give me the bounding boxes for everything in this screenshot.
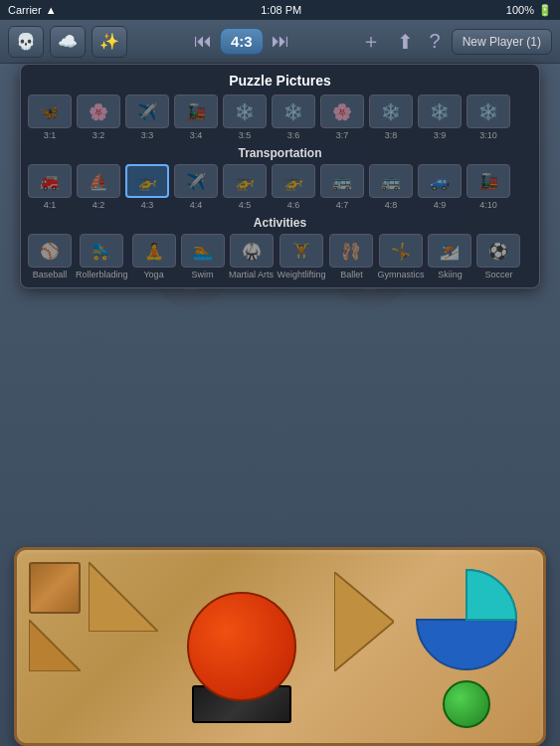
- puzzle-panel: Puzzle Pictures 🦋 3:1 🌸 3:2 ✈️ 3:3 🚂 3:4…: [20, 64, 540, 288]
- tray-right-area: [402, 562, 531, 731]
- new-player-button[interactable]: New Player (1): [452, 29, 552, 55]
- help-button[interactable]: ?: [425, 28, 446, 55]
- status-bar: Carrier ▲ 1:08 PM 100% 🔋: [0, 0, 560, 20]
- svg-marker-8: [29, 620, 81, 671]
- puzzle-item-martial-arts[interactable]: 🥋 Martial Arts: [229, 234, 275, 280]
- puzzle-item-4-8[interactable]: 🚌 4:8: [368, 164, 414, 210]
- puzzle-item-baseball[interactable]: ⚾ Baseball: [27, 234, 73, 280]
- tray-middle-area: [89, 562, 394, 731]
- toolbar: 💀 ☁️ ✨ ⏮ 4:3 ⏭ ＋ ⬆ ? New Player (1): [0, 20, 560, 64]
- puzzle-item-3-8[interactable]: ❄️ 3:8: [368, 94, 414, 140]
- svg-marker-9: [89, 562, 158, 632]
- piece-pie[interactable]: [412, 565, 521, 674]
- puzzle-item-3-6[interactable]: ❄️ 3:6: [271, 94, 316, 140]
- puzzle-item-yoga[interactable]: 🧘 Yoga: [131, 234, 177, 280]
- puzzle-item-4-1[interactable]: 🚒 4:1: [27, 164, 73, 210]
- piece-orange-circle[interactable]: [187, 592, 296, 701]
- puzzle-item-4-10[interactable]: 🚂 4:10: [466, 164, 511, 210]
- section-activities: Activities: [27, 216, 533, 230]
- puzzle-item-3-3[interactable]: ✈️ 3:3: [124, 94, 170, 140]
- puzzle-item-swim[interactable]: 🏊 Swim: [180, 234, 226, 280]
- share-button[interactable]: ⬆: [392, 28, 419, 56]
- puzzle-item-soccer[interactable]: ⚽ Soccer: [475, 234, 521, 280]
- tray-left-column: [29, 562, 81, 731]
- piece-small-square[interactable]: [29, 562, 81, 614]
- wifi-icon: ▲: [46, 4, 57, 16]
- puzzle-item-4-9[interactable]: 🚙 4:9: [417, 164, 463, 210]
- puzzle-item-3-9[interactable]: ❄️ 3:9: [417, 94, 463, 140]
- puzzle-item-4-4[interactable]: ✈️ 4:4: [173, 164, 219, 210]
- puzzle-tray: [14, 547, 546, 746]
- nav-controls: ⏮ 4:3 ⏭: [190, 28, 293, 55]
- piece-triangle-right[interactable]: [334, 572, 394, 671]
- puzzle-row-transport: 🚒 4:1 ⛵ 4:2 🚁 4:3 ✈️ 4:4 🚁 4:5 🚁 4:6: [27, 164, 533, 210]
- piece-green-circle[interactable]: [443, 680, 490, 728]
- puzzle-item-4-6[interactable]: 🚁 4:6: [271, 164, 316, 210]
- puzzle-item-3-10[interactable]: ❄️ 3:10: [466, 94, 511, 140]
- puzzle-item-3-5[interactable]: ❄️ 3:5: [222, 94, 268, 140]
- time-label: 1:08 PM: [261, 4, 301, 16]
- puzzle-item-3-1[interactable]: 🦋 3:1: [27, 94, 73, 140]
- puzzle-item-4-5[interactable]: 🚁 4:5: [222, 164, 268, 210]
- next-next-button[interactable]: ⏭: [268, 29, 293, 54]
- puzzle-item-ballet[interactable]: 🩰 Ballet: [328, 234, 374, 280]
- puzzle-item-3-4[interactable]: 🚂 3:4: [173, 94, 219, 140]
- puzzle-item-skiing[interactable]: ⛷️ Skiing: [427, 234, 472, 280]
- panel-title: Puzzle Pictures: [27, 73, 533, 89]
- puzzle-row-activities: ⚾ Baseball 🛼 Rollerblading 🧘 Yoga 🏊 Swim…: [27, 234, 533, 280]
- skull-button[interactable]: 💀: [8, 26, 44, 58]
- puzzle-label-button[interactable]: 4:3: [220, 28, 264, 55]
- main-area: Puzzle Pictures 🦋 3:1 🌸 3:2 ✈️ 3:3 🚂 3:4…: [0, 64, 560, 746]
- puzzle-item-3-2[interactable]: 🌸 3:2: [76, 94, 121, 140]
- piece-triangle-left[interactable]: [29, 620, 81, 671]
- battery-label: 100%: [506, 4, 534, 16]
- carrier-label: Carrier: [8, 4, 42, 16]
- svg-marker-10: [334, 572, 394, 671]
- puzzle-item-4-3[interactable]: 🚁 4:3: [124, 164, 170, 210]
- puzzle-row-3: 🦋 3:1 🌸 3:2 ✈️ 3:3 🚂 3:4 ❄️ 3:5 ❄️ 3:6: [27, 94, 533, 140]
- prev-prev-button[interactable]: ⏮: [190, 29, 216, 54]
- section-transportation: Transportation: [27, 146, 533, 160]
- puzzle-item-rollerblading[interactable]: 🛼 Rollerblading: [76, 234, 128, 280]
- puzzle-item-3-7[interactable]: 🌸 3:7: [319, 94, 365, 140]
- piece-triangle-top-left[interactable]: [89, 562, 158, 632]
- puzzle-item-gymnastics[interactable]: 🤸 Gymnastics: [377, 234, 424, 280]
- puzzle-item-4-2[interactable]: ⛵ 4:2: [76, 164, 121, 210]
- wand-button[interactable]: ✨: [92, 26, 127, 58]
- battery-icon: 🔋: [538, 4, 552, 17]
- puzzle-item-4-7[interactable]: 🚌 4:7: [319, 164, 365, 210]
- cloud-button[interactable]: ☁️: [50, 26, 86, 58]
- add-button[interactable]: ＋: [356, 26, 386, 57]
- puzzle-item-weightlifting[interactable]: 🏋️ Weightlifting: [278, 234, 326, 280]
